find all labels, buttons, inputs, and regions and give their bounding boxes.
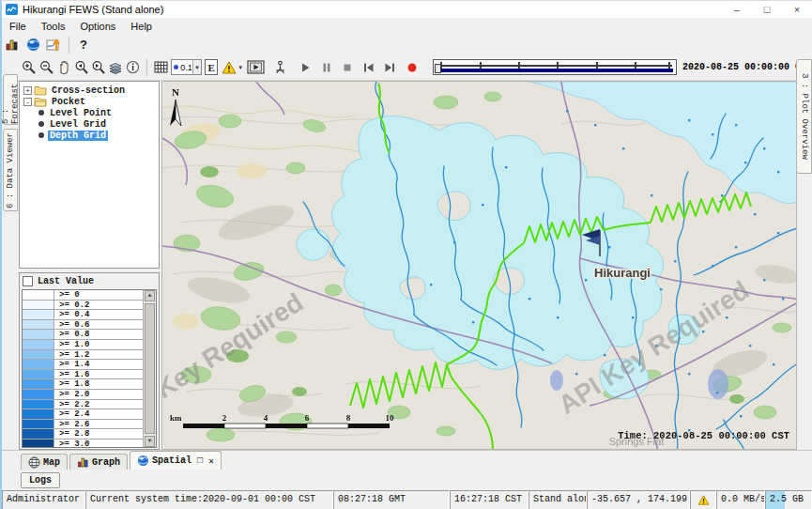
menu-tools[interactable]: Tools [34,19,73,34]
hand-icon [57,60,71,75]
warning-icon [697,495,710,505]
legend-row: >= 2.8 [23,429,143,440]
window-title: Hikurangi FEWS (Stand alone) [23,4,163,15]
tab-graph[interactable]: Graph [69,454,128,470]
title-bar: Hikurangi FEWS (Stand alone) – □ × [2,1,812,18]
legend-table: >= 0 >= 0.2 >= 0.4 >= 0.6 >= 0.8 >= 1.0 … [22,289,157,448]
tab-spatial[interactable]: Spatial □ ✕ [130,451,222,470]
legend-row: >= 1.0 [23,340,143,350]
tree-node-depth-grid[interactable]: Depth Grid [37,130,159,141]
legend-row: >= 0.8 [23,330,143,340]
legend-button[interactable]: E [204,57,220,78]
timeline-slider[interactable] [433,59,677,75]
menu-options[interactable]: Options [72,19,123,34]
logs-button[interactable]: Logs [21,472,60,488]
zoom-previous-button[interactable] [72,57,89,78]
globe-icon [137,455,149,467]
undock-tab-icon[interactable]: □ [197,455,203,466]
step-back-button[interactable] [360,57,376,78]
svg-text:km: km [170,413,182,423]
animation-button[interactable] [247,57,265,78]
adjust-time-button[interactable] [272,57,289,78]
minimize-button[interactable]: – [722,1,752,18]
zoom-in-icon [22,60,37,75]
plotter-icon [273,60,287,75]
zoom-in-button[interactable] [21,57,38,78]
tree-node-level-grid[interactable]: Level Grid [37,118,159,130]
folder-open-icon [34,97,47,107]
record-icon [406,62,418,73]
scroll-down-icon[interactable]: ▼ [145,436,155,447]
color-swatch [23,320,54,330]
stop-button[interactable] [339,57,356,78]
legend-letter: E [205,59,218,75]
zoom-next-icon [91,60,106,75]
close-tab-icon[interactable]: ✕ [208,455,214,467]
stop-icon [342,62,353,73]
legend-row: >= 1.6 [23,370,143,380]
color-swatch [23,350,54,360]
map-display-button[interactable] [23,35,43,55]
folder-icon [34,85,47,96]
tree-node-cross-section[interactable]: + Cross-section [23,85,159,96]
logs-display-button[interactable] [2,35,23,55]
bullet-icon [38,110,44,116]
svg-text:8: 8 [346,413,351,423]
last-value-label: Last Value [38,276,94,286]
display-tab-bar: Map Graph Spatial □ ✕ [2,450,812,470]
status-warning[interactable] [690,490,716,509]
grid-display-button[interactable] [152,57,169,78]
tab-map[interactable]: Map [21,454,68,470]
zoom-previous-icon [74,60,89,75]
status-gmt-time: 08:27:18 GMT [333,490,450,509]
warnings-dropdown[interactable]: ▼ [222,59,245,75]
scroll-up-icon[interactable]: ▲ [145,290,155,301]
app-window: Hikurangi FEWS (Stand alone) – □ × File … [0,0,812,509]
main-toolbar: ? [2,35,812,54]
collapse-icon[interactable]: - [23,98,32,106]
map-view[interactable]: Hikurangi Springs Flat API Key Required … [161,81,797,450]
sidebar-tab-forecast[interactable]: 5 : Forecast [3,74,18,125]
scroll-thumb[interactable] [145,303,155,434]
sidebar-tab-data-viewer[interactable]: 6 : Data Viewer [3,129,18,211]
status-download-rate: 0.0 MB/s [716,490,765,509]
step-forward-button[interactable] [381,57,398,78]
expand-icon[interactable]: + [23,86,32,95]
info-button[interactable] [125,57,142,78]
movie-icon [247,60,265,74]
svg-text:4: 4 [264,413,268,423]
play-icon [299,62,311,73]
app-logo-icon [6,4,18,15]
toolbar-separator [69,37,69,54]
help-button[interactable]: ? [74,38,93,52]
timeline-thumb[interactable] [435,64,441,73]
color-swatch [23,301,54,310]
legend-row: >= 1.4 [23,360,143,370]
menu-file[interactable]: File [2,19,34,34]
menu-help[interactable]: Help [123,19,160,34]
legend-scrollbar[interactable]: ▲ ▼ [143,290,156,447]
pause-button[interactable] [318,57,335,78]
chevron-down-icon: ▼ [192,60,201,74]
last-value-checkbox[interactable] [23,276,33,286]
record-button[interactable] [404,57,421,78]
precision-dropdown[interactable]: 0.1 ▼ [171,59,202,75]
sidebar-tab-plot-overview[interactable]: 3 : Plot Overview [796,59,812,174]
legend-row: >= 0 [23,290,143,301]
pan-button[interactable] [55,57,72,78]
timeseries-display-button[interactable] [43,35,64,55]
color-swatch [23,330,54,339]
svg-text:2: 2 [222,413,227,423]
wire-globe-icon [28,456,40,469]
zoom-next-button[interactable] [90,57,107,78]
town-label: Hikurangi [594,266,651,280]
tree-node-level-point[interactable]: Level Point [37,107,159,118]
play-button[interactable] [297,57,314,78]
timeline-datetime: 2020-08-25 00:00:00 CST [682,62,812,72]
layers-button[interactable] [107,57,124,78]
close-button[interactable]: × [782,1,812,18]
tree-node-pocket[interactable]: - Pocket [23,96,159,107]
bullet-icon [38,121,44,127]
maximize-button[interactable]: □ [752,1,782,18]
zoom-out-button[interactable] [38,57,54,78]
